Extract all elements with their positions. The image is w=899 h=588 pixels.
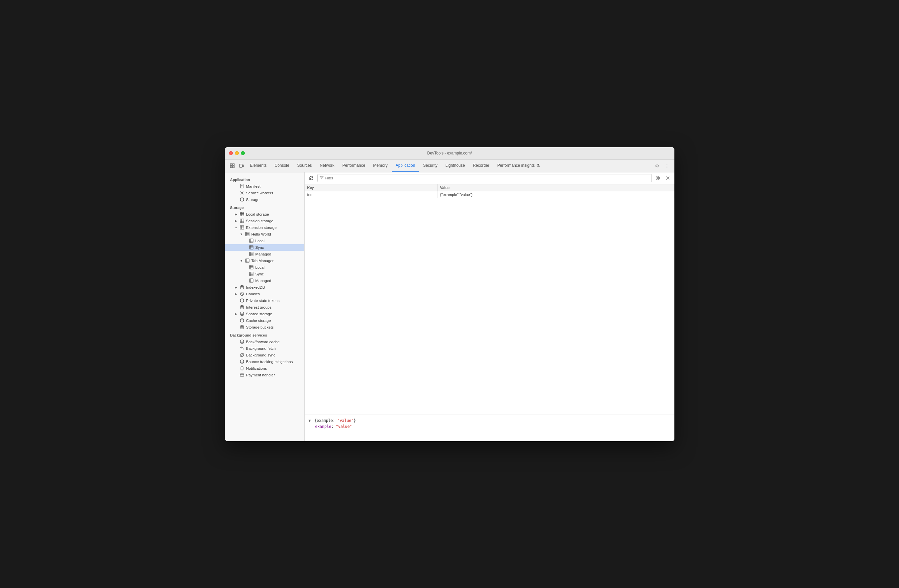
panel-toolbar [305, 173, 674, 184]
shared-storage-arrow[interactable] [234, 312, 238, 316]
tab-elements[interactable]: Elements [246, 159, 271, 172]
tab-manager-arrow[interactable] [239, 259, 244, 263]
svg-rect-36 [250, 245, 253, 249]
local-storage-label: Local storage [246, 212, 269, 216]
svg-point-95 [241, 362, 244, 363]
filter-input[interactable] [325, 176, 649, 180]
sidebar-item-background-sync[interactable]: Background sync [225, 352, 304, 358]
bt-label: Bounce tracking mitigations [246, 360, 293, 364]
cache-storage-label: Cache storage [246, 319, 271, 323]
settings-icon[interactable]: ⚙ [652, 161, 662, 170]
table-icon8 [245, 258, 250, 263]
more-options-icon[interactable]: ⋮ [663, 161, 672, 170]
value-cell: {"example":"value"} [437, 191, 674, 198]
local-storage-arrow[interactable] [234, 212, 238, 216]
sidebar-item-notifications[interactable]: Notifications [225, 365, 304, 372]
sidebar-item-cookies[interactable]: Cookies [225, 291, 304, 297]
svg-point-87 [241, 327, 244, 329]
tab-application[interactable]: Application [392, 159, 419, 172]
sidebar-item-background-fetch[interactable]: Background fetch [225, 345, 304, 352]
table-row[interactable]: foo {"example":"value"} [305, 191, 674, 198]
extension-storage-arrow[interactable] [234, 225, 238, 230]
cookies-arrow[interactable] [234, 292, 238, 296]
main-content: Application Manifest Service workers [225, 173, 674, 441]
tab-recorder[interactable]: Recorder [469, 159, 493, 172]
sidebar-item-tab-manager-local[interactable]: Local [225, 264, 304, 271]
sidebar-item-payment-handler[interactable]: Payment handler [225, 372, 304, 378]
sidebar-item-hello-world[interactable]: Hello World [225, 231, 304, 238]
hello-world-arrow[interactable] [239, 232, 244, 236]
maximize-button[interactable] [241, 151, 245, 155]
tab-performance-insights[interactable]: Performance insights ⚗ [493, 159, 544, 172]
svg-point-79 [241, 314, 244, 316]
svg-rect-48 [250, 265, 253, 269]
tab-sources[interactable]: Sources [293, 159, 316, 172]
storage-arrow [234, 198, 238, 202]
bs-arrow [234, 353, 238, 357]
sidebar-item-indexeddb[interactable]: IndexedDB [225, 284, 304, 291]
hw-sync-label: Sync [255, 245, 264, 250]
svg-rect-3 [233, 166, 234, 168]
sidebar-item-private-state-tokens[interactable]: Private state tokens [225, 297, 304, 304]
manifest-arrow [234, 184, 238, 188]
toolbar-right: ⚙ ⋮ [652, 161, 672, 170]
inspect-icon[interactable] [227, 161, 237, 170]
sidebar-item-hello-world-local[interactable]: Local [225, 238, 304, 244]
svg-rect-1 [230, 166, 232, 168]
sidebar-item-tab-manager-managed[interactable]: Managed [225, 278, 304, 284]
sidebar-item-interest-groups[interactable]: Interest groups [225, 304, 304, 310]
cylinder-icon9 [240, 360, 244, 364]
device-icon[interactable] [237, 161, 246, 170]
hw-local-label: Local [255, 239, 265, 243]
tm-managed-label: Managed [255, 279, 272, 283]
minimize-button[interactable] [235, 151, 239, 155]
close-panel-button[interactable] [664, 174, 672, 182]
sidebar-item-hello-world-managed[interactable]: Managed [225, 251, 304, 258]
svg-point-12 [241, 198, 244, 199]
cylinder-icon3 [240, 298, 244, 303]
json-expand-icon[interactable]: ▼ [309, 418, 311, 423]
table-icon3 [240, 225, 244, 230]
session-storage-label: Session storage [246, 219, 273, 223]
session-storage-arrow[interactable] [234, 219, 238, 223]
sidebar-item-back-forward-cache[interactable]: Back/forward cache [225, 338, 304, 345]
tab-network[interactable]: Network [316, 159, 338, 172]
sidebar-item-storage[interactable]: Storage [225, 196, 304, 203]
indexeddb-label: IndexedDB [246, 286, 265, 289]
cookies-label: Cookies [246, 292, 260, 296]
sidebar-item-storage-buckets[interactable]: Storage buckets [225, 324, 304, 330]
sidebar-item-hello-world-sync[interactable]: Sync [225, 244, 304, 251]
refresh-button[interactable] [307, 174, 315, 182]
filter-input-wrap [317, 174, 652, 182]
extension-storage-label: Extension storage [246, 225, 277, 230]
sidebar-item-shared-storage[interactable]: Shared storage [225, 310, 304, 317]
tab-security[interactable]: Security [419, 159, 441, 172]
storage-label: Storage [246, 198, 260, 202]
ph-label: Payment handler [246, 373, 275, 377]
sidebar-item-manifest[interactable]: Manifest [225, 183, 304, 190]
tm-local-arrow [244, 265, 247, 269]
cylinder-icon [240, 198, 244, 202]
sidebar-item-service-workers[interactable]: Service workers [225, 190, 304, 196]
svg-rect-0 [230, 164, 232, 165]
sidebar-item-local-storage[interactable]: Local storage [225, 211, 304, 218]
sidebar-item-tab-manager[interactable]: Tab Manager [225, 258, 304, 264]
cylinder-icon5 [240, 312, 244, 316]
bt-arrow [234, 360, 238, 364]
svg-rect-20 [240, 219, 244, 222]
svg-point-88 [241, 340, 244, 341]
ig-label: Interest groups [246, 305, 272, 309]
tab-memory[interactable]: Memory [369, 159, 391, 172]
sidebar-item-cache-storage[interactable]: Cache storage [225, 317, 304, 324]
tab-console[interactable]: Console [271, 159, 293, 172]
sidebar-item-extension-storage[interactable]: Extension storage [225, 224, 304, 231]
clear-filter-button[interactable] [654, 174, 662, 182]
tab-lighthouse[interactable]: Lighthouse [442, 159, 469, 172]
close-button[interactable] [229, 151, 233, 155]
indexeddb-arrow[interactable] [234, 286, 238, 289]
sidebar-item-bounce-tracking[interactable]: Bounce tracking mitigations [225, 358, 304, 365]
sidebar-item-tab-manager-sync[interactable]: Sync [225, 271, 304, 278]
svg-rect-28 [246, 232, 249, 236]
tab-performance[interactable]: Performance [338, 159, 369, 172]
sidebar-item-session-storage[interactable]: Session storage [225, 218, 304, 224]
